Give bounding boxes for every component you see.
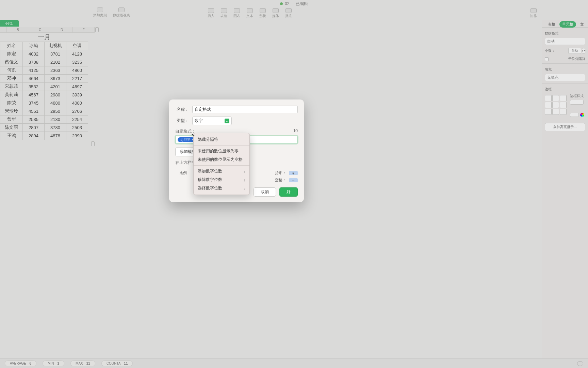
token-popup-menu: 隐藏分隔符 未使用的数位显示为零 未使用的数位显示为空格 添加数字位数↑ 移除数… bbox=[193, 133, 250, 195]
up-arrow-icon: ↑ bbox=[244, 169, 246, 173]
menu-remove-digits[interactable]: 移除数字位数↓ bbox=[194, 175, 249, 184]
currency-label: 货币： bbox=[275, 170, 286, 175]
menu-unused-as-zero[interactable]: 未使用的数位显示为零 bbox=[194, 147, 249, 155]
type-select[interactable]: 数字 ⌄ bbox=[192, 117, 232, 125]
type-label: 类型： bbox=[175, 118, 189, 124]
format-token[interactable]: #,### ▾ bbox=[178, 137, 195, 142]
space-chip[interactable]: – bbox=[289, 178, 298, 182]
space-label: 空格： bbox=[275, 178, 286, 183]
menu-add-digits[interactable]: 添加数字位数↑ bbox=[194, 167, 249, 175]
menu-select-digits[interactable]: 选择数字位数 bbox=[194, 184, 249, 193]
menu-hide-separator[interactable]: 隐藏分隔符 bbox=[194, 135, 249, 144]
ok-button[interactable]: 好 bbox=[279, 187, 298, 197]
cancel-button[interactable]: 取消 bbox=[254, 187, 276, 197]
menu-unused-as-space[interactable]: 未使用的数位显示为空格 bbox=[194, 155, 249, 164]
format-sample: 10 bbox=[293, 128, 298, 134]
name-label: 名称： bbox=[175, 107, 189, 112]
name-input[interactable] bbox=[192, 106, 298, 113]
select-caret-icon: ⌄ bbox=[225, 119, 229, 123]
currency-chip[interactable]: ¥ bbox=[289, 171, 298, 175]
customformat-label: 自定格式： bbox=[175, 128, 196, 134]
scale-label: 比例 bbox=[175, 170, 187, 175]
down-arrow-icon: ↓ bbox=[244, 178, 246, 182]
